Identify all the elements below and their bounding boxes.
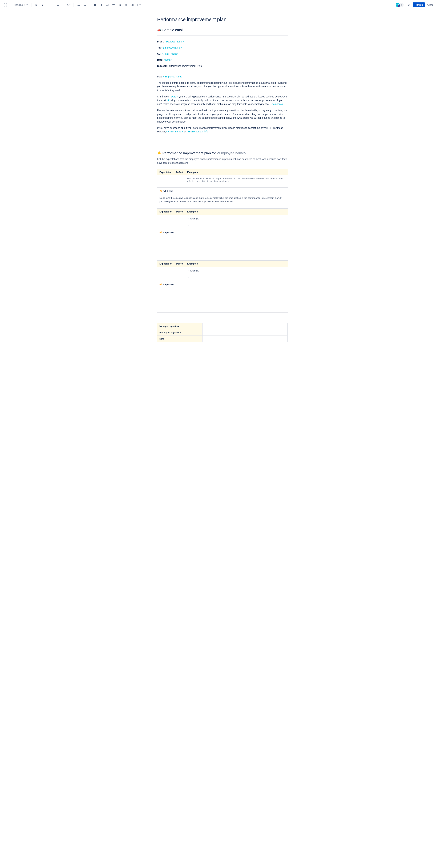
table-row[interactable]: Use the Situation, Behavior, Impact fram… <box>157 176 288 188</box>
th-examples: Examples <box>185 209 288 215</box>
sun-outline-icon: 🔆 <box>160 283 162 286</box>
th-examples: Examples <box>185 169 288 176</box>
from-label: From: <box>157 40 164 43</box>
table-row[interactable]: Example <box>157 215 288 229</box>
email-paragraph-2[interactable]: Starting on <Date>, you are being placed… <box>157 95 288 106</box>
link-button[interactable] <box>98 2 104 8</box>
close-button[interactable]: Close <box>425 2 435 7</box>
cc-line[interactable]: CC: <HRBP name> <box>157 52 288 56</box>
th-deficit: Deficit <box>174 261 185 267</box>
svg-point-0 <box>48 4 48 5</box>
objective-note: Make sure the objective is specific and … <box>160 196 285 203</box>
text-style-label: Heading 2 <box>14 3 25 6</box>
pip-heading-text: Performance improvement plan for <box>162 151 217 155</box>
expectations-table-3[interactable]: Expectation Deficit Examples Example <box>157 260 288 313</box>
email-paragraph-4[interactable]: If you have questions about your perform… <box>157 126 288 134</box>
mention-button[interactable] <box>111 2 116 8</box>
table-header-row: Expectation Deficit Examples <box>157 261 288 267</box>
pip-heading-placeholder: <Employee name> <box>217 151 246 155</box>
employee-signature-cell[interactable] <box>203 330 287 336</box>
more-actions-button[interactable] <box>436 2 442 8</box>
manager-signature-cell[interactable] <box>203 323 287 330</box>
objective-row[interactable]: 🔆 Objective: <box>157 229 288 260</box>
svg-point-13 <box>112 4 114 6</box>
salutation-post: , <box>183 75 184 78</box>
th-examples: Examples <box>185 261 288 267</box>
svg-point-12 <box>107 4 107 5</box>
to-placeholder: <Employee name> <box>162 46 182 49</box>
editor-toolbar: Heading 2 B I 123 <box>0 0 445 10</box>
sample-email-heading[interactable]: 📣 Sample email <box>157 28 288 32</box>
cc-placeholder: <HRBP name> <box>162 52 178 55</box>
manager-signature-label: Manager signature <box>157 323 203 330</box>
objective-label: Objective: <box>163 283 174 286</box>
bold-button[interactable]: B <box>34 2 39 8</box>
chevron-down-icon <box>26 3 28 6</box>
bullet-list-button[interactable] <box>76 2 81 8</box>
italic-button[interactable]: I <box>40 2 45 8</box>
layouts-button[interactable] <box>130 2 135 8</box>
text-color-button[interactable] <box>66 2 71 8</box>
date-label: Date <box>157 336 203 342</box>
objective-label: Objective: <box>163 231 174 234</box>
alignment-button[interactable] <box>56 2 62 8</box>
list-item: Example <box>190 217 285 220</box>
user-avatar[interactable]: CK c <box>396 3 400 7</box>
th-expectation: Expectation <box>157 169 174 176</box>
svg-point-1 <box>49 4 49 5</box>
expectations-table-1[interactable]: Expectation Deficit Examples Use the Sit… <box>157 169 288 209</box>
image-button[interactable] <box>104 2 110 8</box>
svg-point-22 <box>438 4 438 5</box>
from-line[interactable]: From: <Manager name> <box>157 40 288 43</box>
insert-button[interactable] <box>136 2 141 8</box>
svg-point-23 <box>439 4 439 5</box>
divider <box>157 35 288 36</box>
subject-line[interactable]: Subject: Performance Improvement Plan <box>157 64 288 68</box>
svg-point-2 <box>49 4 50 5</box>
toolbar-separator <box>90 3 90 7</box>
sun-outline-icon: 🔆 <box>160 231 162 234</box>
list-item <box>190 221 285 223</box>
salutation[interactable]: Dear <Employee name>, <box>157 75 288 79</box>
numbered-list-button[interactable]: 123 <box>82 2 88 8</box>
page-title[interactable]: Performance improvement plan <box>157 17 288 23</box>
emoji-button[interactable] <box>117 2 123 8</box>
app-logo[interactable] <box>3 3 8 7</box>
table-row[interactable]: Manager signature <box>157 323 287 330</box>
svg-rect-19 <box>131 4 132 6</box>
svg-point-4 <box>77 4 78 4</box>
salutation-pre: Dear <box>157 75 163 78</box>
pip-helper[interactable]: List the expectations that the employee … <box>157 157 288 165</box>
svg-rect-18 <box>125 4 127 6</box>
table-row[interactable]: Employee signature <box>157 330 287 336</box>
email-paragraph-1[interactable]: The purpose of this letter is to clarify… <box>157 81 288 92</box>
date-placeholder: <Date> <box>164 59 172 61</box>
megaphone-icon: 📣 <box>157 28 161 32</box>
subject-label: Subject: <box>157 65 167 67</box>
date-line[interactable]: Date: <Date> <box>157 58 288 62</box>
more-formatting-button[interactable] <box>46 2 52 8</box>
to-line[interactable]: To: <Employee name> <box>157 46 288 50</box>
table-header-row: Expectation Deficit Examples <box>157 209 288 215</box>
toolbar-separator <box>73 3 74 7</box>
table-button[interactable] <box>123 2 129 8</box>
publish-button[interactable]: Publish <box>413 2 425 7</box>
objective-row[interactable]: 🔆 Objective: Make sure the objective is … <box>157 188 288 209</box>
svg-point-6 <box>77 5 78 6</box>
pip-heading[interactable]: ☀️ Performance improvement plan for <Emp… <box>157 151 288 155</box>
employee-signature-label: Employee signature <box>157 330 203 336</box>
restrictions-button[interactable] <box>406 2 412 8</box>
objective-row[interactable]: 🔆 Objective: <box>157 281 288 313</box>
table-row[interactable]: Date <box>157 336 287 342</box>
expectations-table-2[interactable]: Expectation Deficit Examples Example <box>157 209 288 260</box>
examples-hint: Use the Situation, Behavior, Impact fram… <box>185 176 288 188</box>
action-item-button[interactable] <box>92 2 98 8</box>
text-style-select[interactable]: Heading 2 <box>12 3 29 7</box>
date-cell[interactable] <box>203 336 287 342</box>
examples-list: Example <box>190 269 285 279</box>
email-paragraph-3[interactable]: Review the information outlined below an… <box>157 108 288 124</box>
sample-email-heading-text: Sample email <box>162 28 183 32</box>
signatures-table[interactable]: Manager signature Employee signature Dat… <box>157 323 287 342</box>
svg-rect-3 <box>67 6 68 6</box>
table-row[interactable]: Example <box>157 267 288 281</box>
